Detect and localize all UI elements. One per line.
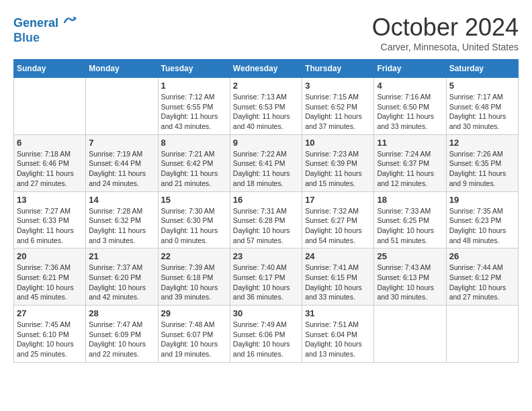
day-number: 23 bbox=[233, 251, 299, 261]
calendar-cell: 24 Sunrise: 7:41 AMSunset: 6:15 PMDaylig… bbox=[302, 248, 374, 306]
calendar-cell: 23 Sunrise: 7:40 AMSunset: 6:17 PMDaylig… bbox=[230, 248, 302, 306]
day-header-monday: Monday bbox=[86, 60, 158, 78]
day-info: Sunrise: 7:45 AMSunset: 6:10 PMDaylight:… bbox=[17, 320, 83, 359]
calendar-cell: 28 Sunrise: 7:47 AMSunset: 6:09 PMDaylig… bbox=[86, 306, 158, 363]
calendar-cell: 11 Sunrise: 7:24 AMSunset: 6:37 PMDaylig… bbox=[374, 134, 446, 191]
day-number: 9 bbox=[233, 138, 299, 148]
day-info: Sunrise: 7:18 AMSunset: 6:46 PMDaylight:… bbox=[17, 149, 83, 189]
calendar-cell: 18 Sunrise: 7:33 AMSunset: 6:25 PMDaylig… bbox=[374, 191, 446, 248]
day-info: Sunrise: 7:16 AMSunset: 6:50 PMDaylight:… bbox=[377, 92, 443, 132]
day-number: 27 bbox=[17, 308, 83, 318]
calendar-table: SundayMondayTuesdayWednesdayThursdayFrid… bbox=[13, 59, 519, 363]
logo-blue: Blue bbox=[13, 31, 77, 45]
day-number: 11 bbox=[377, 138, 443, 148]
calendar-cell: 26 Sunrise: 7:44 AMSunset: 6:12 PMDaylig… bbox=[446, 248, 518, 306]
day-info: Sunrise: 7:15 AMSunset: 6:52 PMDaylight:… bbox=[305, 92, 371, 132]
location-text: Carver, Minnesota, United States bbox=[372, 42, 519, 52]
day-number: 14 bbox=[89, 195, 154, 205]
calendar-cell bbox=[374, 306, 446, 363]
day-number: 1 bbox=[161, 81, 227, 91]
calendar-cell: 20 Sunrise: 7:36 AMSunset: 6:21 PMDaylig… bbox=[14, 248, 86, 306]
day-info: Sunrise: 7:36 AMSunset: 6:21 PMDaylight:… bbox=[17, 263, 83, 302]
day-number: 10 bbox=[305, 138, 371, 148]
day-number: 2 bbox=[233, 81, 299, 91]
calendar-week-2: 6 Sunrise: 7:18 AMSunset: 6:46 PMDayligh… bbox=[14, 134, 519, 191]
day-header-tuesday: Tuesday bbox=[158, 60, 230, 78]
day-number: 17 bbox=[305, 195, 371, 205]
day-number: 21 bbox=[89, 251, 154, 261]
day-info: Sunrise: 7:26 AMSunset: 6:35 PMDaylight:… bbox=[449, 149, 515, 189]
day-info: Sunrise: 7:28 AMSunset: 6:32 PMDaylight:… bbox=[89, 206, 154, 246]
calendar-cell: 15 Sunrise: 7:30 AMSunset: 6:30 PMDaylig… bbox=[158, 191, 230, 248]
calendar-cell: 6 Sunrise: 7:18 AMSunset: 6:46 PMDayligh… bbox=[14, 134, 86, 191]
day-info: Sunrise: 7:44 AMSunset: 6:12 PMDaylight:… bbox=[449, 263, 515, 302]
day-number: 4 bbox=[377, 81, 443, 91]
day-number: 22 bbox=[161, 251, 227, 261]
calendar-week-5: 27 Sunrise: 7:45 AMSunset: 6:10 PMDaylig… bbox=[14, 306, 519, 363]
calendar-cell: 16 Sunrise: 7:31 AMSunset: 6:28 PMDaylig… bbox=[230, 191, 302, 248]
day-header-sunday: Sunday bbox=[14, 60, 86, 78]
day-number: 16 bbox=[233, 195, 299, 205]
day-info: Sunrise: 7:41 AMSunset: 6:15 PMDaylight:… bbox=[305, 263, 371, 302]
calendar-cell: 10 Sunrise: 7:23 AMSunset: 6:39 PMDaylig… bbox=[302, 134, 374, 191]
day-info: Sunrise: 7:31 AMSunset: 6:28 PMDaylight:… bbox=[233, 206, 299, 246]
calendar-header-row: SundayMondayTuesdayWednesdayThursdayFrid… bbox=[14, 60, 519, 78]
calendar-cell: 9 Sunrise: 7:22 AMSunset: 6:41 PMDayligh… bbox=[230, 134, 302, 191]
day-header-thursday: Thursday bbox=[302, 60, 374, 78]
calendar-cell: 8 Sunrise: 7:21 AMSunset: 6:42 PMDayligh… bbox=[158, 134, 230, 191]
day-number: 26 bbox=[449, 251, 515, 261]
day-info: Sunrise: 7:35 AMSunset: 6:23 PMDaylight:… bbox=[449, 206, 515, 246]
day-info: Sunrise: 7:43 AMSunset: 6:13 PMDaylight:… bbox=[377, 263, 443, 302]
calendar-cell: 3 Sunrise: 7:15 AMSunset: 6:52 PMDayligh… bbox=[302, 78, 374, 135]
calendar-cell: 2 Sunrise: 7:13 AMSunset: 6:53 PMDayligh… bbox=[230, 78, 302, 135]
calendar-cell bbox=[446, 306, 518, 363]
calendar-cell: 19 Sunrise: 7:35 AMSunset: 6:23 PMDaylig… bbox=[446, 191, 518, 248]
day-info: Sunrise: 7:40 AMSunset: 6:17 PMDaylight:… bbox=[233, 263, 299, 302]
month-title: October 2024 bbox=[372, 13, 519, 42]
calendar-cell: 25 Sunrise: 7:43 AMSunset: 6:13 PMDaylig… bbox=[374, 248, 446, 306]
day-info: Sunrise: 7:24 AMSunset: 6:37 PMDaylight:… bbox=[377, 149, 443, 189]
day-number: 12 bbox=[449, 138, 515, 148]
calendar-cell: 31 Sunrise: 7:51 AMSunset: 6:04 PMDaylig… bbox=[302, 306, 374, 363]
day-info: Sunrise: 7:37 AMSunset: 6:20 PMDaylight:… bbox=[89, 263, 154, 302]
logo-icon bbox=[63, 13, 77, 27]
day-info: Sunrise: 7:47 AMSunset: 6:09 PMDaylight:… bbox=[89, 320, 154, 359]
logo: General Blue bbox=[13, 13, 77, 45]
day-info: Sunrise: 7:30 AMSunset: 6:30 PMDaylight:… bbox=[161, 206, 227, 246]
day-number: 6 bbox=[17, 138, 83, 148]
day-info: Sunrise: 7:33 AMSunset: 6:25 PMDaylight:… bbox=[377, 206, 443, 246]
day-number: 25 bbox=[377, 251, 443, 261]
calendar-cell: 22 Sunrise: 7:39 AMSunset: 6:18 PMDaylig… bbox=[158, 248, 230, 306]
calendar-cell: 29 Sunrise: 7:48 AMSunset: 6:07 PMDaylig… bbox=[158, 306, 230, 363]
day-number: 3 bbox=[305, 81, 371, 91]
calendar-cell: 13 Sunrise: 7:27 AMSunset: 6:33 PMDaylig… bbox=[14, 191, 86, 248]
day-info: Sunrise: 7:27 AMSunset: 6:33 PMDaylight:… bbox=[17, 206, 83, 246]
calendar-cell: 1 Sunrise: 7:12 AMSunset: 6:55 PMDayligh… bbox=[158, 78, 230, 135]
day-number: 30 bbox=[233, 308, 299, 318]
calendar-week-4: 20 Sunrise: 7:36 AMSunset: 6:21 PMDaylig… bbox=[14, 248, 519, 306]
day-number: 19 bbox=[449, 195, 515, 205]
day-info: Sunrise: 7:12 AMSunset: 6:55 PMDaylight:… bbox=[161, 92, 227, 132]
calendar-cell bbox=[14, 78, 86, 135]
calendar-cell bbox=[86, 78, 158, 135]
day-number: 24 bbox=[305, 251, 371, 261]
day-number: 20 bbox=[17, 251, 83, 261]
calendar-week-3: 13 Sunrise: 7:27 AMSunset: 6:33 PMDaylig… bbox=[14, 191, 519, 248]
day-number: 18 bbox=[377, 195, 443, 205]
calendar-cell: 27 Sunrise: 7:45 AMSunset: 6:10 PMDaylig… bbox=[14, 306, 86, 363]
day-info: Sunrise: 7:13 AMSunset: 6:53 PMDaylight:… bbox=[233, 92, 299, 132]
calendar-cell: 17 Sunrise: 7:32 AMSunset: 6:27 PMDaylig… bbox=[302, 191, 374, 248]
day-info: Sunrise: 7:39 AMSunset: 6:18 PMDaylight:… bbox=[161, 263, 227, 302]
day-info: Sunrise: 7:49 AMSunset: 6:06 PMDaylight:… bbox=[233, 320, 299, 359]
day-info: Sunrise: 7:17 AMSunset: 6:48 PMDaylight:… bbox=[449, 92, 515, 132]
day-info: Sunrise: 7:32 AMSunset: 6:27 PMDaylight:… bbox=[305, 206, 371, 246]
day-number: 8 bbox=[161, 138, 227, 148]
calendar-cell: 12 Sunrise: 7:26 AMSunset: 6:35 PMDaylig… bbox=[446, 134, 518, 191]
calendar-cell: 30 Sunrise: 7:49 AMSunset: 6:06 PMDaylig… bbox=[230, 306, 302, 363]
day-number: 29 bbox=[161, 308, 227, 318]
day-number: 13 bbox=[17, 195, 83, 205]
calendar-cell: 7 Sunrise: 7:19 AMSunset: 6:44 PMDayligh… bbox=[86, 134, 158, 191]
calendar-cell: 21 Sunrise: 7:37 AMSunset: 6:20 PMDaylig… bbox=[86, 248, 158, 306]
calendar-cell: 14 Sunrise: 7:28 AMSunset: 6:32 PMDaylig… bbox=[86, 191, 158, 248]
day-header-friday: Friday bbox=[374, 60, 446, 78]
